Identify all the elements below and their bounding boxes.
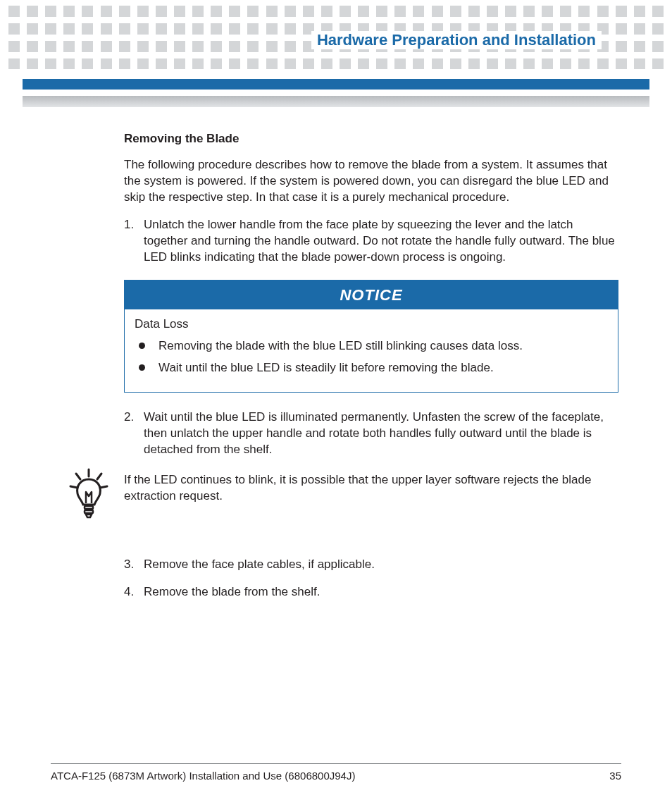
step-3: Remove the face plate cables, if applica… [124,557,618,573]
notice-bullet-list: Removing the blade with the blue LED sti… [135,338,608,376]
notice-label: Data Loss [135,316,608,333]
procedure-steps-3: Remove the face plate cables, if applica… [124,557,618,600]
svg-line-2 [97,474,101,479]
svg-line-1 [76,474,80,479]
svg-rect-5 [85,506,93,509]
notice-bullet-1: Removing the blade with the blue LED sti… [154,338,608,355]
page-content: Removing the Blade The following procedu… [124,131,618,615]
step-1: Unlatch the lower handle from the face p… [124,217,618,266]
notice-banner: NOTICE [125,281,618,310]
tip-block: If the LED continues to blink, it is pos… [68,472,618,529]
procedure-steps-1: Unlatch the lower handle from the face p… [124,217,618,266]
step-4: Remove the blade from the shelf. [124,584,618,600]
svg-line-4 [100,486,107,488]
tip-text: If the LED continues to blink, it is pos… [124,473,591,503]
footer-doc-title: ATCA-F125 (6873M Artwork) Installation a… [51,770,355,782]
header-blue-bar [23,79,649,90]
lightbulb-icon [68,468,110,520]
svg-rect-6 [85,510,93,513]
section-subheading: Removing the Blade [124,131,618,147]
chapter-title: Hardware Preparation and Installation [311,31,602,49]
footer-page-number: 35 [609,770,621,782]
intro-paragraph: The following procedure describes how to… [124,157,618,206]
notice-box: NOTICE Data Loss Removing the blade with… [124,280,618,393]
notice-bullet-2: Wait until the blue LED is steadily lit … [154,360,608,376]
page-footer: ATCA-F125 (6873M Artwork) Installation a… [51,763,621,782]
header-gray-bar [23,96,649,107]
procedure-steps-2: Wait until the blue LED is illuminated p… [124,409,618,458]
notice-body: Data Loss Removing the blade with the bl… [125,309,618,392]
step-2: Wait until the blue LED is illuminated p… [124,409,618,458]
svg-line-3 [70,486,77,488]
